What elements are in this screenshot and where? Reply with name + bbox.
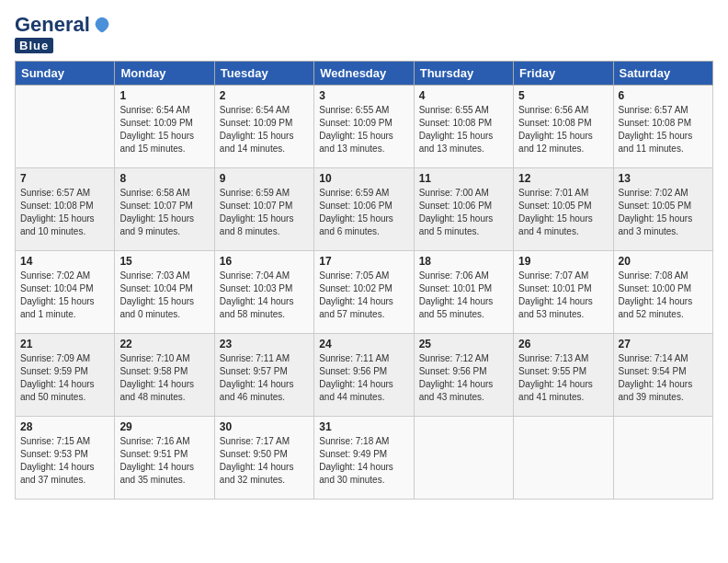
calendar-cell: 16Sunrise: 7:04 AM Sunset: 10:03 PM Dayl… [214,251,313,334]
cell-info: Sunrise: 7:02 AM Sunset: 10:04 PM Daylig… [20,270,109,321]
cell-info: Sunrise: 7:17 AM Sunset: 9:50 PM Dayligh… [220,435,309,487]
calendar-week-row: 14Sunrise: 7:02 AM Sunset: 10:04 PM Dayl… [16,251,713,334]
logo-general: General [15,15,112,36]
calendar-cell: 9Sunrise: 6:59 AM Sunset: 10:07 PM Dayli… [214,168,313,251]
calendar-cell: 21Sunrise: 7:09 AM Sunset: 9:59 PM Dayli… [16,334,115,417]
calendar-cell: 15Sunrise: 7:03 AM Sunset: 10:04 PM Dayl… [115,251,214,334]
calendar-cell: 2Sunrise: 6:54 AM Sunset: 10:09 PM Dayli… [214,86,313,168]
day-number: 10 [319,172,408,185]
calendar-cell: 4Sunrise: 6:55 AM Sunset: 10:08 PM Dayli… [414,86,513,168]
day-number: 8 [119,172,209,185]
cell-info: Sunrise: 6:54 AM Sunset: 10:09 PM Daylig… [119,104,209,155]
cell-info: Sunrise: 7:02 AM Sunset: 10:05 PM Daylig… [619,187,708,238]
cell-info: Sunrise: 7:04 AM Sunset: 10:03 PM Daylig… [220,270,309,321]
day-number: 1 [119,89,209,102]
cell-info: Sunrise: 7:10 AM Sunset: 9:58 PM Dayligh… [119,352,209,404]
day-number: 3 [319,89,408,102]
cell-info: Sunrise: 6:54 AM Sunset: 10:09 PM Daylig… [220,104,309,155]
cell-info: Sunrise: 6:55 AM Sunset: 10:08 PM Daylig… [419,104,508,155]
cell-info: Sunrise: 7:03 AM Sunset: 10:04 PM Daylig… [119,270,209,321]
cell-info: Sunrise: 6:57 AM Sunset: 10:08 PM Daylig… [20,187,109,238]
day-number: 19 [518,255,608,268]
logo: General Blue [15,15,112,53]
cell-info: Sunrise: 7:18 AM Sunset: 9:49 PM Dayligh… [319,435,408,487]
calendar-cell: 13Sunrise: 7:02 AM Sunset: 10:05 PM Dayl… [613,168,712,251]
cell-info: Sunrise: 7:09 AM Sunset: 9:59 PM Dayligh… [20,352,109,404]
calendar-cell: 24Sunrise: 7:11 AM Sunset: 9:56 PM Dayli… [314,334,414,417]
calendar-cell: 3Sunrise: 6:55 AM Sunset: 10:09 PM Dayli… [314,86,414,168]
cell-info: Sunrise: 7:06 AM Sunset: 10:01 PM Daylig… [419,270,508,321]
calendar-table: SundayMondayTuesdayWednesdayThursdayFrid… [15,61,713,500]
cell-info: Sunrise: 7:15 AM Sunset: 9:53 PM Dayligh… [20,435,109,487]
calendar-cell: 18Sunrise: 7:06 AM Sunset: 10:01 PM Dayl… [414,251,513,334]
calendar-cell: 17Sunrise: 7:05 AM Sunset: 10:02 PM Dayl… [314,251,414,334]
calendar-week-row: 21Sunrise: 7:09 AM Sunset: 9:59 PM Dayli… [16,334,713,417]
cell-info: Sunrise: 6:56 AM Sunset: 10:08 PM Daylig… [518,104,608,155]
calendar-cell: 22Sunrise: 7:10 AM Sunset: 9:58 PM Dayli… [115,334,214,417]
day-number: 29 [119,420,209,433]
day-number: 7 [20,172,109,185]
calendar-cell: 10Sunrise: 6:59 AM Sunset: 10:06 PM Dayl… [314,168,414,251]
day-number: 13 [619,172,708,185]
calendar-cell: 29Sunrise: 7:16 AM Sunset: 9:51 PM Dayli… [115,417,214,500]
day-number: 17 [319,255,408,268]
cell-info: Sunrise: 7:14 AM Sunset: 9:54 PM Dayligh… [619,352,708,404]
calendar-cell: 7Sunrise: 6:57 AM Sunset: 10:08 PM Dayli… [16,168,115,251]
page-header: General Blue [15,15,713,53]
day-number: 2 [220,89,309,102]
calendar-week-row: 28Sunrise: 7:15 AM Sunset: 9:53 PM Dayli… [16,417,713,500]
header-day: Tuesday [214,62,313,86]
day-number: 31 [319,420,408,433]
day-number: 27 [619,338,708,350]
day-number: 9 [220,172,309,185]
calendar-cell: 31Sunrise: 7:18 AM Sunset: 9:49 PM Dayli… [314,417,414,500]
cell-info: Sunrise: 7:11 AM Sunset: 9:57 PM Dayligh… [220,352,309,404]
calendar-cell: 6Sunrise: 6:57 AM Sunset: 10:08 PM Dayli… [613,86,712,168]
day-number: 22 [119,338,209,350]
cell-info: Sunrise: 7:01 AM Sunset: 10:05 PM Daylig… [518,187,608,238]
day-number: 11 [419,172,508,185]
day-number: 12 [518,172,608,185]
calendar-cell: 26Sunrise: 7:13 AM Sunset: 9:55 PM Dayli… [514,334,613,417]
day-number: 16 [220,255,309,268]
cell-info: Sunrise: 7:08 AM Sunset: 10:00 PM Daylig… [619,270,708,321]
calendar-cell [16,86,115,168]
cell-info: Sunrise: 7:13 AM Sunset: 9:55 PM Dayligh… [518,352,608,404]
header-day: Sunday [16,62,115,86]
cell-info: Sunrise: 6:58 AM Sunset: 10:07 PM Daylig… [119,187,209,238]
cell-info: Sunrise: 6:55 AM Sunset: 10:09 PM Daylig… [319,104,408,155]
day-number: 14 [20,255,109,268]
calendar-cell: 28Sunrise: 7:15 AM Sunset: 9:53 PM Dayli… [16,417,115,500]
day-number: 21 [20,338,109,350]
day-number: 24 [319,338,408,350]
day-number: 25 [419,338,508,350]
calendar-cell: 19Sunrise: 7:07 AM Sunset: 10:01 PM Dayl… [514,251,613,334]
cell-info: Sunrise: 6:59 AM Sunset: 10:07 PM Daylig… [220,187,309,238]
cell-info: Sunrise: 7:12 AM Sunset: 9:56 PM Dayligh… [419,352,508,404]
day-number: 4 [419,89,508,102]
calendar-cell: 8Sunrise: 6:58 AM Sunset: 10:07 PM Dayli… [115,168,214,251]
calendar-cell: 14Sunrise: 7:02 AM Sunset: 10:04 PM Dayl… [16,251,115,334]
calendar-week-row: 7Sunrise: 6:57 AM Sunset: 10:08 PM Dayli… [16,168,713,251]
cell-info: Sunrise: 7:16 AM Sunset: 9:51 PM Dayligh… [119,435,209,487]
cell-info: Sunrise: 7:00 AM Sunset: 10:06 PM Daylig… [419,187,508,238]
day-number: 15 [119,255,209,268]
day-number: 20 [619,255,708,268]
calendar-cell [613,417,712,500]
calendar-cell: 12Sunrise: 7:01 AM Sunset: 10:05 PM Dayl… [514,168,613,251]
calendar-cell: 25Sunrise: 7:12 AM Sunset: 9:56 PM Dayli… [414,334,513,417]
cell-info: Sunrise: 6:57 AM Sunset: 10:08 PM Daylig… [619,104,708,155]
day-number: 30 [220,420,309,433]
header-day: Monday [115,62,214,86]
cell-info: Sunrise: 6:59 AM Sunset: 10:06 PM Daylig… [319,187,408,238]
day-number: 5 [518,89,608,102]
day-number: 18 [419,255,508,268]
calendar-cell: 23Sunrise: 7:11 AM Sunset: 9:57 PM Dayli… [214,334,313,417]
cell-info: Sunrise: 7:11 AM Sunset: 9:56 PM Dayligh… [319,352,408,404]
logo-blue: Blue [15,38,53,53]
calendar-cell [514,417,613,500]
header-row: SundayMondayTuesdayWednesdayThursdayFrid… [16,62,713,86]
calendar-cell [414,417,513,500]
header-day: Saturday [613,62,712,86]
header-day: Wednesday [314,62,414,86]
